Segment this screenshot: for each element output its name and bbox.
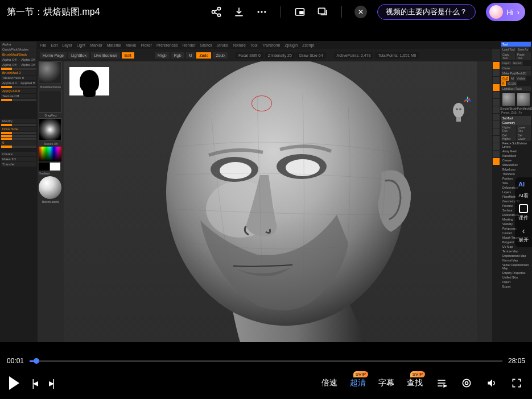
left-item[interactable]: Draw Size [1,127,36,131]
li[interactable]: ShadowBox [501,163,531,167]
li[interactable]: NanoMesh [501,153,531,158]
left-item[interactable]: BrushMod 0 [1,70,36,75]
left-item[interactable]: 0 [1,140,36,145]
subtitle-button[interactable]: 字幕 [378,378,394,388]
strip-item[interactable] [493,99,500,106]
left-slider[interactable] [1,68,36,70]
btn-zadd[interactable]: Zadd [196,52,211,59]
li[interactable]: Display Properties [501,271,531,275]
section-subtool[interactable]: SubTool [501,116,531,120]
btn-import[interactable]: Import [501,61,512,65]
btn-load[interactable]: Load Tool [501,47,516,52]
left-slider[interactable] [1,146,36,148]
strip-item[interactable] [493,114,500,120]
strip-item[interactable] [493,84,500,91]
color-picker[interactable] [39,147,61,161]
tab-home[interactable]: Home Page [40,52,67,59]
menu-item[interactable]: Material [107,43,121,47]
menu-item[interactable]: Marker [90,43,102,47]
btn-copy[interactable]: Copy Tool [501,52,515,60]
play-button[interactable] [9,376,19,390]
strip-item[interactable] [493,151,500,157]
menu-item[interactable]: Render [183,43,196,47]
progress-thumb[interactable] [34,358,39,364]
volume-icon[interactable] [485,377,498,389]
li[interactable]: Texture Map [501,249,531,253]
pip-icon[interactable] [294,6,306,18]
btn-m[interactable]: M [186,52,195,59]
btn-rgb[interactable]: Rgb [171,52,184,59]
more-icon[interactable] [255,6,268,18]
left-item[interactable]: Create [1,152,36,156]
swatch-white[interactable] [50,163,60,171]
strip-item[interactable] [493,62,500,69]
btn-save[interactable]: Save As [517,47,529,52]
menu-item[interactable]: File [40,43,46,47]
menu-item[interactable]: Picker [141,43,151,47]
btn-lower[interactable]: Lower Res [517,125,531,133]
speed-button[interactable]: 倍速 [321,378,337,388]
lightbox-tools[interactable]: LightBox+Tools [501,86,531,91]
menu-item[interactable]: Zplugin [284,43,298,47]
hi-assistant-pill[interactable]: Hi › [486,3,525,21]
left-item[interactable]: ApplyLast 0 [1,89,36,93]
overlay-ai[interactable]: AI AI看 [518,181,529,200]
btn-polymesh[interactable]: Make PolyMesh3D [501,71,531,76]
li[interactable]: Import [501,280,531,284]
btn-visible[interactable]: Visible [515,76,526,81]
menu-item[interactable]: Edit [51,43,57,47]
quality-button[interactable]: 超清 SVIP [350,378,366,388]
freeze-subdiv[interactable]: Freeze SubDivision Levels [501,141,531,149]
left-item[interactable]: Transfer [1,162,36,167]
strip-item[interactable] [493,92,500,98]
menu-item[interactable]: Texture [233,43,246,47]
stroke-thumb[interactable] [39,90,61,113]
tool-thumb[interactable] [517,93,530,106]
close-icon[interactable]: ✕ [354,6,367,18]
overlay-courseware[interactable]: 课件 [518,204,529,222]
overlay-expand[interactable]: ‹ 展开 [518,226,529,244]
nav-head-icon[interactable] [451,102,467,122]
left-item[interactable]: QuickPick/Modes [1,47,36,52]
menu-item[interactable]: Movie [126,43,137,47]
next-button[interactable]: ▸| [49,377,53,389]
menu-item[interactable]: Layer [62,43,72,47]
menu-item[interactable]: Light [77,43,85,47]
progress-bar[interactable] [30,360,502,362]
settings-icon[interactable] [460,377,473,389]
left-item[interactable]: Texture Off [1,94,36,98]
left-item[interactable]: BrushMod/Strok [1,52,36,57]
section-geometry[interactable]: Geometry [501,120,531,125]
btn-mrgb[interactable]: Mrgb [155,52,170,59]
playlist-icon[interactable] [435,377,448,389]
strip-item[interactable] [493,128,500,135]
menu-item[interactable]: Transform [262,43,281,47]
li[interactable]: Unified Skin [501,275,531,280]
left-slider[interactable] [1,86,36,88]
btn-paste[interactable]: Paste Tool [516,52,531,60]
alpha-thumb[interactable] [39,118,61,141]
btn-del-lower[interactable]: Del Lower [517,133,531,141]
strip-item[interactable] [493,158,500,165]
menu-item[interactable]: Stencil [200,43,212,47]
menu-item[interactable]: Zscript [302,43,314,47]
li[interactable]: Crease [501,158,531,163]
li[interactable]: Normal Map [501,258,531,263]
li[interactable]: Array Mesh [501,149,531,153]
li[interactable]: ThickSkin [501,172,531,176]
btn-goz[interactable]: GoZ [501,76,509,81]
prev-button[interactable]: |◂ [32,377,36,389]
menu-item[interactable]: Preferences [156,43,178,47]
tool-thumb[interactable] [502,93,515,106]
btn-all[interactable]: All [510,76,515,81]
btn-export[interactable]: Export [512,61,522,65]
li[interactable]: Displacement Map [501,253,531,258]
fullscreen-icon[interactable] [510,377,523,389]
brush-thumb[interactable] [39,61,61,84]
left-slider[interactable] [1,99,36,101]
menu-item[interactable]: Stroke [217,43,228,47]
cast-icon[interactable] [316,6,329,18]
tab-edit[interactable]: Edit [122,52,134,59]
li[interactable]: Export [501,284,531,289]
share-icon[interactable] [210,6,222,18]
